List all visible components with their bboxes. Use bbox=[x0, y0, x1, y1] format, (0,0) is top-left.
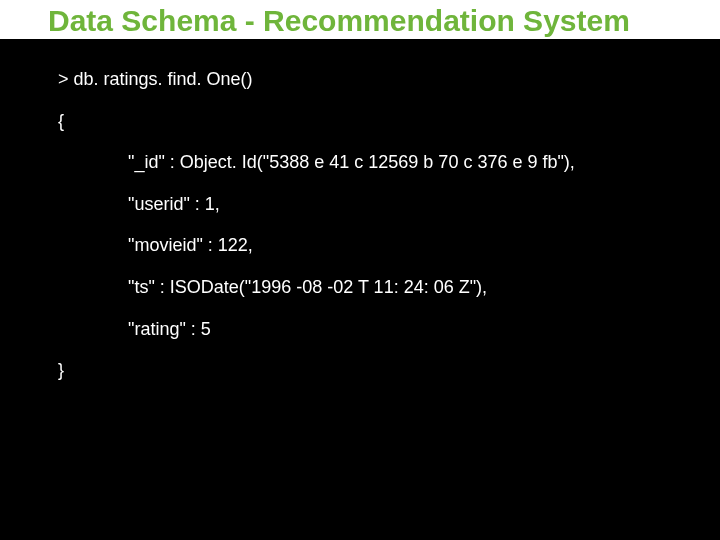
slide: Data Schema - Recommendation System > db… bbox=[0, 0, 720, 540]
json-field-ts: "ts" : ISODate("1996 -08 -02 T 11: 24: 0… bbox=[58, 277, 720, 299]
json-field-rating: "rating" : 5 bbox=[58, 319, 720, 341]
title-band: Data Schema - Recommendation System bbox=[0, 0, 720, 39]
json-field-id: "_id" : Object. Id("5388 e 41 c 12569 b … bbox=[58, 152, 720, 174]
console-command: > db. ratings. find. One() bbox=[58, 69, 720, 91]
console-output: > db. ratings. find. One() { "_id" : Obj… bbox=[0, 39, 720, 382]
json-field-userid: "userid" : 1, bbox=[58, 194, 720, 216]
json-open-brace: { bbox=[58, 111, 720, 133]
json-close-brace: } bbox=[58, 360, 720, 382]
json-field-movieid: "movieid" : 122, bbox=[58, 235, 720, 257]
slide-title: Data Schema - Recommendation System bbox=[48, 4, 720, 37]
